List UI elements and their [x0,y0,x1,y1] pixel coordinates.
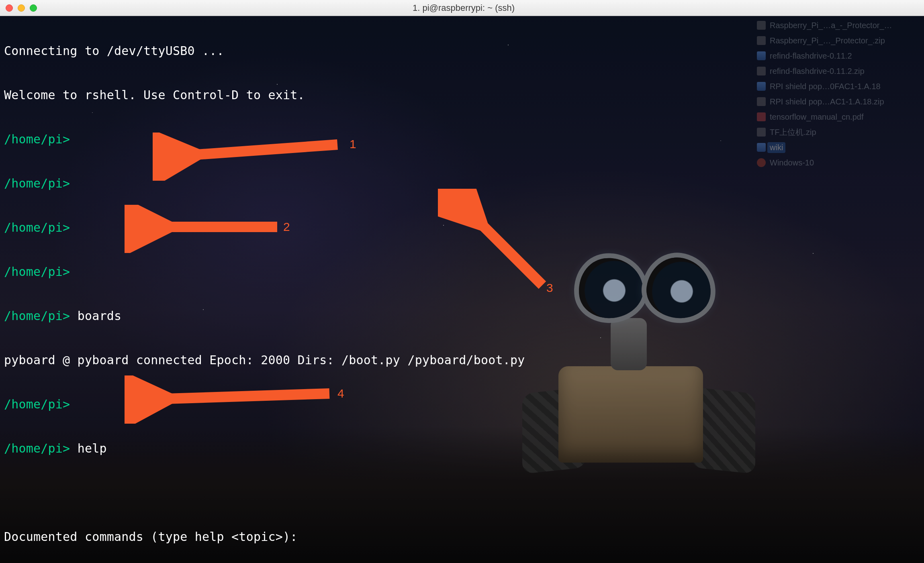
prompt: /home/pi> [4,132,70,146]
term-text: Welcome to rshell. Use Control-D to exit… [4,88,305,102]
help-header: Documented commands (type help <topic>): [4,530,297,544]
boards-output: pyboard @ pyboard connected Epoch: 2000 … [4,353,525,367]
prompt: /home/pi> [4,397,70,411]
prompt: /home/pi> [4,309,70,323]
cmd-help: help [78,441,107,455]
term-text: Connecting to /dev/ttyUSB0 ... [4,44,224,58]
prompt: /home/pi> [4,265,70,279]
prompt: /home/pi> [4,176,70,190]
prompt: /home/pi> [4,441,70,455]
terminal-window: 1. pi@raspberrypi: ~ (ssh) Connecting to… [0,0,924,563]
titlebar[interactable]: 1. pi@raspberrypi: ~ (ssh) [0,0,924,16]
terminal-content[interactable]: Connecting to /dev/ttyUSB0 ... Welcome t… [0,16,924,563]
window-title: 1. pi@raspberrypi: ~ (ssh) [9,3,918,13]
prompt: /home/pi> [4,220,70,235]
cmd-boards: boards [78,309,122,323]
